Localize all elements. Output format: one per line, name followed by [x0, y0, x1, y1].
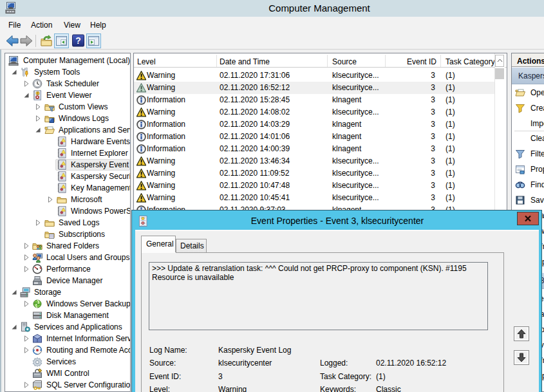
svg-text:?: ?	[75, 35, 81, 46]
